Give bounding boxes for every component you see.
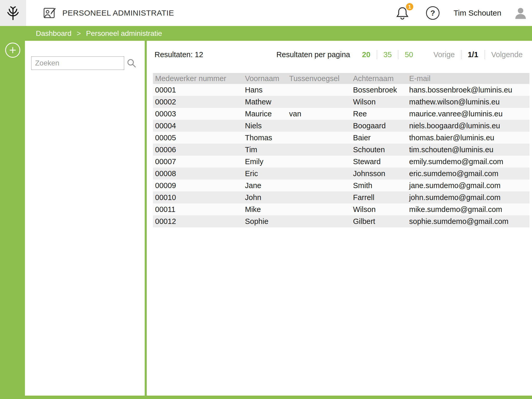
- table-row[interactable]: 00005ThomasBaierthomas.baier@luminis.eu: [153, 132, 529, 144]
- table-cell: van: [287, 108, 351, 120]
- table-cell: [287, 215, 351, 227]
- table-cell: Schouten: [351, 144, 407, 156]
- table-cell: Bossenbroek: [351, 84, 407, 96]
- divider: [377, 50, 377, 59]
- table-cell: Farrell: [351, 191, 407, 203]
- employee-table: Medewerker nummer Voornaam Tussenvoegsel…: [153, 73, 529, 227]
- main-panel: Resultaten: 12 Resultaten per pagina 20 …: [147, 41, 532, 396]
- top-header: PERSONEEL ADMINISTRATIE 1 ? Tim Schouten: [0, 0, 532, 26]
- add-employee-button[interactable]: [5, 43, 20, 58]
- table-cell: [287, 168, 351, 179]
- per-page-group: Resultaten per pagina 20 35 50: [276, 50, 420, 59]
- search-icon[interactable]: [126, 58, 137, 68]
- avatar[interactable]: [514, 6, 527, 20]
- help-button[interactable]: ?: [426, 6, 440, 20]
- search-input[interactable]: [31, 56, 124, 70]
- table-row[interactable]: 00001HansBossenbroekhans.bossenbroek@lum…: [153, 84, 529, 96]
- table-cell: Thomas: [243, 132, 287, 144]
- table-cell: john.sumdemo@gmail.com: [407, 191, 529, 203]
- table-cell: thomas.baier@luminis.eu: [407, 132, 529, 144]
- table-cell: Gilbert: [351, 215, 407, 227]
- table-cell: [287, 156, 351, 168]
- col-voornaam[interactable]: Voornaam: [243, 73, 287, 84]
- table-cell: [287, 132, 351, 144]
- table-cell: Ree: [351, 108, 407, 120]
- table-cell: maurice.vanree@luminis.eu: [407, 108, 529, 120]
- table-cell: Niels: [243, 120, 287, 132]
- table-cell: eric.sumdemo@gmail.com: [407, 168, 529, 179]
- table-cell: Baier: [351, 132, 407, 144]
- table-row[interactable]: 00002MathewWilsonmathew.wilson@luminis.e…: [153, 96, 529, 108]
- search-bar: [31, 56, 145, 70]
- notifications-button[interactable]: 1: [395, 6, 409, 20]
- table-cell: hans.bossenbroek@luminis.eu: [407, 84, 529, 96]
- table-cell: 00012: [153, 215, 243, 227]
- prev-page-button[interactable]: Vorige: [433, 50, 455, 59]
- results-count: Resultaten: 12: [155, 50, 203, 59]
- table-cell: niels.boogaard@luminis.eu: [407, 120, 529, 132]
- breadcrumb-current: Personeel administratie: [86, 29, 162, 38]
- next-page-button[interactable]: Volgende: [491, 50, 523, 59]
- table-cell: John: [243, 191, 287, 203]
- table-cell: mathew.wilson@luminis.eu: [407, 96, 529, 108]
- table-cell: Wilson: [351, 96, 407, 108]
- table-cell: 00002: [153, 96, 243, 108]
- table-row[interactable]: 00010JohnFarrelljohn.sumdemo@gmail.com: [153, 191, 529, 203]
- per-page-option-20[interactable]: 20: [362, 50, 370, 59]
- table-cell: [287, 144, 351, 156]
- table-row[interactable]: 00008EricJohnssoneric.sumdemo@gmail.com: [153, 168, 529, 179]
- per-page-option-50[interactable]: 50: [405, 50, 413, 59]
- table-cell: tim.schouten@luminis.eu: [407, 144, 529, 156]
- employee-table-header: Medewerker nummer Voornaam Tussenvoegsel…: [153, 73, 529, 84]
- table-row[interactable]: 00007EmilyStewardemily.sumdemo@gmail.com: [153, 156, 529, 168]
- table-cell: Maurice: [243, 108, 287, 120]
- per-page-label: Resultaten per pagina: [276, 50, 350, 59]
- table-cell: 00003: [153, 108, 243, 120]
- table-cell: 00008: [153, 168, 243, 179]
- table-cell: Tim: [243, 144, 287, 156]
- table-cell: Emily: [243, 156, 287, 168]
- results-toolbar: Resultaten: 12 Resultaten per pagina 20 …: [147, 41, 532, 59]
- table-cell: [287, 203, 351, 215]
- app-window: { "header": { "app_title": "PERSONEEL AD…: [0, 0, 532, 399]
- table-cell: sophie.sumdemo@gmail.com: [407, 215, 529, 227]
- table-cell: Mathew: [243, 96, 287, 108]
- table-cell: 00011: [153, 203, 243, 215]
- col-email[interactable]: E-mail: [407, 73, 529, 84]
- table-row[interactable]: 00009JaneSmithjane.sumdemo@gmail.com: [153, 179, 529, 191]
- table-cell: [287, 120, 351, 132]
- table-cell: Steward: [351, 156, 407, 168]
- user-name[interactable]: Tim Schouten: [454, 9, 501, 17]
- header-actions: 1 ? Tim Schouten: [395, 6, 532, 20]
- table-cell: 00004: [153, 120, 243, 132]
- table-row[interactable]: 00012SophieGilbertsophie.sumdemo@gmail.c…: [153, 215, 529, 227]
- table-cell: 00009: [153, 179, 243, 191]
- col-medewerker-nummer[interactable]: Medewerker nummer: [153, 73, 243, 84]
- col-tussenvoegsel[interactable]: Tussenvoegsel: [287, 73, 351, 84]
- table-cell: [287, 179, 351, 191]
- notification-badge: 1: [405, 2, 414, 11]
- table-cell: Eric: [243, 168, 287, 179]
- table-cell: emily.sumdemo@gmail.com: [407, 156, 529, 168]
- table-cell: Johnsson: [351, 168, 407, 179]
- page-indicator: 1/1: [468, 50, 478, 59]
- breadcrumb-dashboard[interactable]: Dashboard: [36, 29, 71, 38]
- table-row[interactable]: 00003MauricevanReemaurice.vanree@luminis…: [153, 108, 529, 120]
- table-cell: Boogaard: [351, 120, 407, 132]
- table-cell: 00010: [153, 191, 243, 203]
- app-title-group: PERSONEEL ADMINISTRATIE: [43, 7, 174, 19]
- help-glyph: ?: [430, 9, 435, 17]
- table-row[interactable]: 00006TimSchoutentim.schouten@luminis.eu: [153, 144, 529, 156]
- personnel-icon: [43, 7, 57, 19]
- logo[interactable]: [0, 0, 26, 26]
- table-row[interactable]: 00004NielsBoogaardniels.boogaard@luminis…: [153, 120, 529, 132]
- table-cell: 00005: [153, 132, 243, 144]
- page-title: PERSONEEL ADMINISTRATIE: [62, 9, 174, 17]
- table-cell: Smith: [351, 179, 407, 191]
- per-page-option-35[interactable]: 35: [383, 50, 392, 59]
- table-row[interactable]: 00011MikeWilsonmike.sumdemo@gmail.com: [153, 203, 529, 215]
- table-cell: Sophie: [243, 215, 287, 227]
- col-achternaam[interactable]: Achternaam: [351, 73, 407, 84]
- sidebar: [25, 41, 145, 396]
- table-cell: Wilson: [351, 203, 407, 215]
